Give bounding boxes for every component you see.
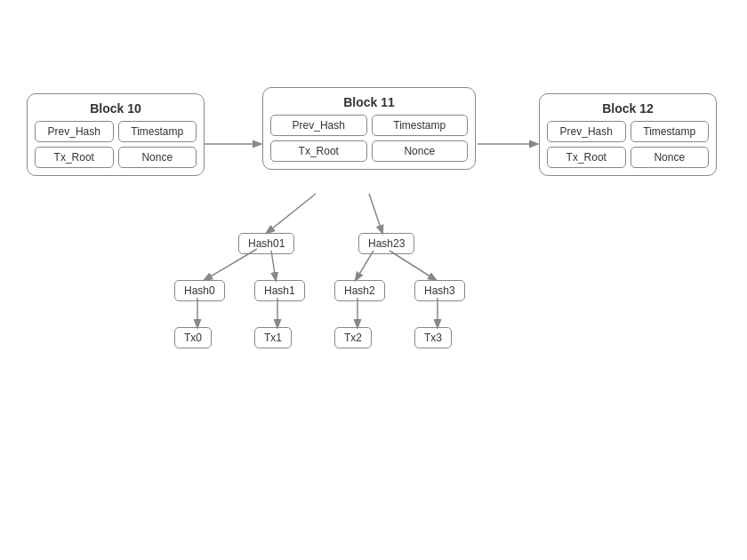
block-11-timestamp: Timestamp: [372, 115, 469, 136]
block-11-title: Block 11: [270, 95, 468, 109]
block-10-timestamp: Timestamp: [118, 121, 197, 142]
block-12-prev-hash: Prev_Hash: [547, 121, 626, 142]
hash2-node: Hash2: [334, 280, 385, 301]
block-11: Block 11 Prev_Hash Timestamp Tx_Root Non…: [262, 87, 476, 170]
tx3-node: Tx3: [414, 327, 452, 348]
tx2-node: Tx2: [334, 327, 372, 348]
svg-line-7: [271, 251, 276, 280]
svg-line-8: [356, 251, 374, 280]
block-12-timestamp: Timestamp: [631, 121, 710, 142]
hash3-node: Hash3: [414, 280, 465, 301]
block-10: Block 10 Prev_Hash Timestamp Tx_Root Non…: [27, 93, 205, 176]
block-10-title: Block 10: [35, 101, 197, 116]
blockchain-diagram: Block 10 Prev_Hash Timestamp Tx_Root Non…: [0, 0, 747, 560]
block-12-nonce: Nonce: [631, 147, 710, 168]
svg-line-4: [267, 194, 316, 233]
block-12-tx-root: Tx_Root: [547, 147, 626, 168]
block-11-nonce: Nonce: [372, 140, 469, 162]
block-11-tx-root: Tx_Root: [270, 140, 367, 162]
svg-line-9: [390, 251, 436, 280]
block-10-nonce: Nonce: [118, 147, 197, 168]
hash23-node: Hash23: [358, 233, 414, 254]
block-10-tx-root: Tx_Root: [35, 147, 114, 168]
block-12-title: Block 12: [547, 101, 709, 116]
hash01-node: Hash01: [238, 233, 294, 254]
hash0-node: Hash0: [174, 280, 225, 301]
svg-line-5: [369, 194, 382, 233]
block-12: Block 12 Prev_Hash Timestamp Tx_Root Non…: [539, 93, 717, 176]
tx1-node: Tx1: [254, 327, 292, 348]
block-11-prev-hash: Prev_Hash: [270, 115, 367, 136]
block-10-prev-hash: Prev_Hash: [35, 121, 114, 142]
hash1-node: Hash1: [254, 280, 305, 301]
tx0-node: Tx0: [174, 327, 212, 348]
